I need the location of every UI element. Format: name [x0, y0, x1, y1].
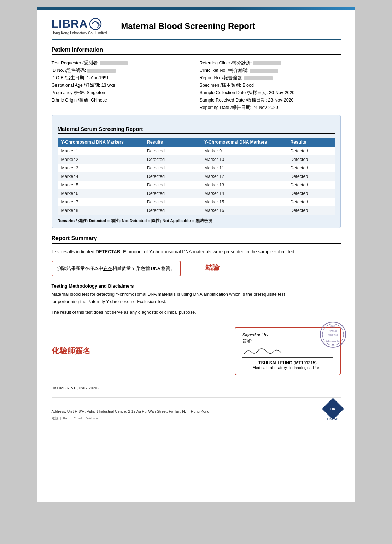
- label-pregnancy: Pregnancy /妊娠:: [52, 90, 87, 95]
- summary-box: 測驗結果顯示在樣本中在在相當數量 Y 染色體 DNA 物質。: [52, 261, 181, 276]
- top-border: [37, 7, 355, 10]
- marker-right-2: Marker 10: [201, 155, 287, 164]
- label-ethnic: Ethnic Origin /種族:: [52, 98, 91, 103]
- table-header-row: Y-Chromosomal DNA Markers Results Y-Chro…: [58, 138, 335, 147]
- result-right-5: Detected: [287, 181, 334, 189]
- svg-text:化驗所: 化驗所: [329, 330, 337, 332]
- hklab-diamond-text: HK: [330, 407, 335, 411]
- dna-table: Y-Chromosomal DNA Markers Results Y-Chro…: [58, 138, 335, 215]
- value-id: [87, 69, 116, 73]
- screening-heading: Maternal Serum Screening Report: [58, 126, 335, 134]
- label-specimen: Specimen /樣本類別:: [200, 83, 242, 88]
- label-id: ID No. /證件號碼:: [52, 68, 87, 73]
- marker-left-8: Marker 8: [58, 206, 144, 215]
- table-row: Marker 3 Detected Marker 11 Detected: [58, 164, 335, 172]
- methodology-line1: Maternal blood test for detecting Y-chro…: [52, 291, 341, 306]
- screening-section: Maternal Serum Screening Report Y-Chromo…: [52, 115, 341, 228]
- col-header-marker2: Y-Chromosomal DNA Markers: [201, 138, 287, 147]
- patient-info-grid: Test Requester /受測者: ID No. /證件號碼: D.O.B…: [52, 59, 341, 111]
- patient-info-left: Test Requester /受測者: ID No. /證件號碼: D.O.B…: [52, 59, 193, 111]
- label-dob: D.O.B /出生日期:: [52, 75, 87, 80]
- patient-info-right: Referring Clinic /轉介診所: Clinic Ref No. /…: [200, 59, 341, 111]
- footer-contacts: 電話 | Fax | Email | Website: [52, 416, 210, 421]
- logo-area: LIBRA Hong Kong Laboratory Co., Limited: [52, 17, 107, 35]
- value-clinic: [253, 61, 281, 65]
- marker-left-5: Marker 5: [58, 181, 144, 189]
- detectable-word: DETECTABLE: [96, 249, 126, 254]
- value-reporting-date: 24-Nov-2020: [252, 105, 278, 110]
- result-right-4: Detected: [287, 172, 334, 181]
- info-row-dob: D.O.B /出生日期: 1-Apr-1991: [52, 74, 193, 82]
- footer-address-line: Address: Unit F, 8/F., Valiant Industria…: [52, 409, 210, 415]
- table-row: Marker 7 Detected Marker 15 Detected: [58, 198, 335, 206]
- col-header-result1: Results: [144, 138, 191, 147]
- result-left-7: Detected: [144, 198, 191, 206]
- marker-right-6: Marker 14: [201, 189, 287, 198]
- value-received-date: 23-Nov-2020: [268, 98, 293, 103]
- signer-name: TSUI SAI LEUNG (MT101315): [242, 360, 333, 365]
- value-clinic-ref: [250, 69, 278, 73]
- svg-text:香港: 香港: [330, 325, 335, 328]
- info-row-reporting-date: Reporting Date /報告日期: 24-Nov-2020: [200, 104, 341, 111]
- marker-left-3: Marker 3: [58, 164, 144, 172]
- summary-box-line1: 測驗結果顯示在樣本中在在相當數量 Y 染色體 DNA 物質。: [57, 266, 175, 271]
- spacer-8: [191, 206, 201, 215]
- spacer-2: [191, 155, 201, 164]
- label-collection-date: Sample Collection Date /採樣日期:: [200, 90, 269, 95]
- label-requester: Test Requester /受測者:: [52, 60, 100, 65]
- marker-left-7: Marker 7: [58, 198, 144, 206]
- table-row: Marker 6 Detected Marker 14 Detected: [58, 189, 335, 198]
- marker-right-5: Marker 13: [201, 181, 287, 189]
- spacer-5: [191, 181, 201, 189]
- summary-section: Report Summary Test results indicated DE…: [52, 235, 341, 276]
- result-left-1: Detected: [144, 147, 191, 155]
- spacer-7: [191, 198, 201, 206]
- table-row: Marker 1 Detected Marker 9 Detected: [58, 147, 335, 155]
- methodology-section: Testing Methodology and Disclaimers Mate…: [52, 283, 341, 316]
- result-left-4: Detected: [144, 172, 191, 181]
- remarks-row: Remarks / 備註: Detected = 陽性; Not Detecte…: [58, 218, 335, 224]
- info-row-pregnancy: Pregnancy /妊娠: Singleton: [52, 89, 193, 97]
- summary-text-before: Test results indicated: [52, 249, 96, 254]
- report-page: LIBRA Hong Kong Laboratory Co., Limited …: [37, 7, 355, 502]
- company-stamp: 香港 化驗所 有限公司 Laboratory Co.: [319, 320, 347, 349]
- result-right-6: Detected: [287, 189, 334, 198]
- signature-area: 化驗師簽名 香港 化驗所 有限公司 Laboratory Co. Signed …: [52, 327, 341, 375]
- label-report-no: Report No. /報告編號:: [200, 75, 244, 80]
- label-clinic-ref: Clinic Ref No. /轉介編號:: [200, 68, 250, 73]
- value-report-no: [244, 76, 273, 80]
- summary-text: Test results indicated DETECTABLE amount…: [52, 248, 341, 256]
- svg-point-6: [332, 344, 334, 345]
- svg-text:有限公司: 有限公司: [328, 334, 338, 336]
- summary-box-underline: 在在: [103, 266, 112, 271]
- footer-address-text: Address: Unit F, 8/F., Valiant Industria…: [52, 409, 210, 421]
- col-header-marker1: Y-Chromosomal DNA Markers: [58, 138, 144, 147]
- report-header: LIBRA Hong Kong Laboratory Co., Limited …: [52, 17, 341, 40]
- label-gestational: Gestational Age /妊娠期:: [52, 83, 101, 88]
- value-requester: [100, 61, 128, 65]
- marker-left-6: Marker 6: [58, 189, 144, 198]
- summary-heading: Report Summary: [52, 235, 341, 244]
- result-right-7: Detected: [287, 198, 334, 206]
- result-left-6: Detected: [144, 189, 191, 198]
- conclusion-label: 結論: [205, 262, 220, 272]
- table-row: Marker 5 Detected Marker 13 Detected: [58, 181, 335, 189]
- dna-table-body: Marker 1 Detected Marker 9 Detected Mark…: [58, 147, 335, 215]
- col-spacer: [191, 138, 201, 147]
- hklab-diamond: HK: [322, 398, 344, 420]
- signer-title: Medical Laboratory Technologist, Part I: [242, 365, 333, 370]
- value-ethnic: Chinese: [91, 98, 107, 103]
- marker-right-1: Marker 9: [201, 147, 287, 155]
- result-left-5: Detected: [144, 181, 191, 189]
- label-received-date: Sample Received Date /收樣日期:: [200, 98, 268, 103]
- marker-left-1: Marker 1: [58, 147, 144, 155]
- value-specimen: Blood: [242, 83, 254, 88]
- info-row-clinic: Referring Clinic /轉介診所:: [200, 59, 341, 67]
- result-left-2: Detected: [144, 155, 191, 164]
- value-dob: 1-Apr-1991: [87, 75, 109, 80]
- marker-right-8: Marker 16: [201, 206, 287, 215]
- summary-text-after: amount of Y-chromosomal DNA materials we…: [126, 249, 296, 254]
- marker-left-4: Marker 4: [58, 172, 144, 181]
- marker-right-7: Marker 15: [201, 198, 287, 206]
- result-left-8: Detected: [144, 206, 191, 215]
